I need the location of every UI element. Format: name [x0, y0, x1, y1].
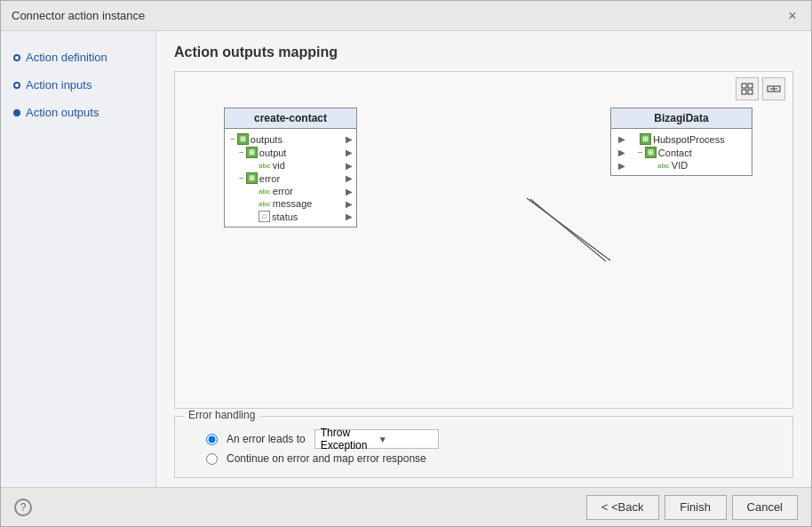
- error-handling-legend: Error handling: [184, 409, 259, 421]
- sidebar-label-1: Action definition: [26, 51, 107, 64]
- sidebar-label-2: Action inputs: [26, 78, 92, 92]
- entity-icon: ⊞: [237, 133, 249, 145]
- tree-node: ▶ ⊞ HubspotProcess: [611, 132, 752, 146]
- entity-icon: ⊞: [645, 147, 657, 158]
- section-title: Action outputs mapping: [174, 44, 793, 60]
- main-content: Action outputs mapping: [156, 31, 811, 487]
- svg-line-8: [527, 198, 610, 260]
- cancel-button[interactable]: Cancel: [732, 495, 798, 520]
- sidebar: Action definition Action inputs Action o…: [1, 31, 156, 487]
- dialog-footer: ? < <Back Finish Cancel: [1, 487, 811, 526]
- mapping-canvas[interactable]: create-contact − ⊞ outputs ▶: [175, 72, 792, 408]
- radio-row-1: An error leads to Throw Exception ▼: [188, 429, 779, 449]
- help-button[interactable]: ?: [14, 499, 32, 516]
- sidebar-bullet-1: [13, 54, 20, 61]
- svg-line-7: [530, 199, 606, 261]
- svg-rect-0: [742, 84, 746, 88]
- title-bar: Connector action instance ×: [1, 1, 811, 31]
- sidebar-item-action-outputs[interactable]: Action outputs: [10, 104, 147, 121]
- zoom-button[interactable]: [762, 77, 785, 100]
- mapping-area: create-contact − ⊞ outputs ▶: [174, 71, 793, 409]
- tree-node: − ⊞ output ▶: [225, 146, 356, 159]
- svg-rect-1: [748, 84, 752, 88]
- radio-2-label[interactable]: Continue on error and map error response: [227, 452, 426, 465]
- status-icon: □: [259, 211, 270, 222]
- abc-icon: abc: [259, 188, 271, 196]
- footer-right: < <Back Finish Cancel: [586, 495, 798, 520]
- entity-icon: ⊞: [640, 133, 651, 145]
- radio-row-2: Continue on error and map error response: [188, 452, 779, 465]
- svg-rect-3: [748, 90, 752, 94]
- sidebar-label-3: Action outputs: [26, 106, 99, 119]
- tree-node: □ status ▶: [225, 210, 356, 223]
- tree-node: abc message ▶: [225, 197, 356, 210]
- dialog-body: Action definition Action inputs Action o…: [1, 31, 811, 487]
- left-box-body: − ⊞ outputs ▶ − ⊞ output ▶: [225, 129, 356, 227]
- tree-node: ▶ − ⊞ Contact: [611, 146, 752, 159]
- radio-1-label[interactable]: An error leads to: [227, 433, 306, 445]
- svg-rect-2: [742, 90, 746, 94]
- sidebar-item-action-definition[interactable]: Action definition: [10, 49, 147, 66]
- back-button[interactable]: < <Back: [586, 495, 659, 520]
- chevron-down-icon: ▼: [378, 435, 433, 444]
- right-box-title: BizagiData: [611, 108, 752, 129]
- entity-icon: ⊞: [246, 147, 258, 158]
- left-tree-box: create-contact − ⊞ outputs ▶: [224, 108, 357, 228]
- footer-left: ?: [14, 499, 32, 516]
- tree-node: abc error ▶: [225, 185, 356, 197]
- abc-icon: abc: [259, 200, 271, 208]
- error-handling-section: Error handling An error leads to Throw E…: [174, 416, 793, 478]
- sidebar-bullet-3: [13, 109, 20, 116]
- finish-button[interactable]: Finish: [665, 495, 727, 520]
- tree-node: ▶ abc VID: [611, 159, 752, 172]
- abc-icon: abc: [259, 162, 271, 170]
- sidebar-item-action-inputs[interactable]: Action inputs: [10, 76, 147, 93]
- throw-exception-dropdown[interactable]: Throw Exception ▼: [314, 429, 439, 449]
- tree-node: − ⊞ outputs ▶: [225, 132, 356, 146]
- right-tree-box: BizagiData ▶ ⊞ HubspotProcess ▶: [610, 108, 752, 176]
- left-box-title: create-contact: [225, 108, 356, 129]
- fit-view-button[interactable]: [736, 77, 759, 100]
- dialog-title: Connector action instance: [12, 9, 145, 22]
- close-button[interactable]: ×: [784, 8, 800, 24]
- abc-icon: abc: [657, 162, 670, 170]
- continue-on-error-radio[interactable]: [206, 453, 218, 465]
- tree-node: − ⊞ error ▶: [225, 172, 356, 185]
- dropdown-value: Throw Exception: [321, 427, 375, 451]
- entity-icon: ⊞: [246, 172, 258, 184]
- error-leads-to-radio[interactable]: [206, 434, 218, 445]
- connector-dialog: Connector action instance × Action defin…: [0, 0, 812, 527]
- sidebar-bullet-2: [13, 82, 20, 89]
- right-box-body: ▶ ⊞ HubspotProcess ▶ − ⊞: [611, 129, 752, 175]
- toolbar-icons: [736, 77, 785, 100]
- tree-node: abc vid ▶: [225, 159, 356, 172]
